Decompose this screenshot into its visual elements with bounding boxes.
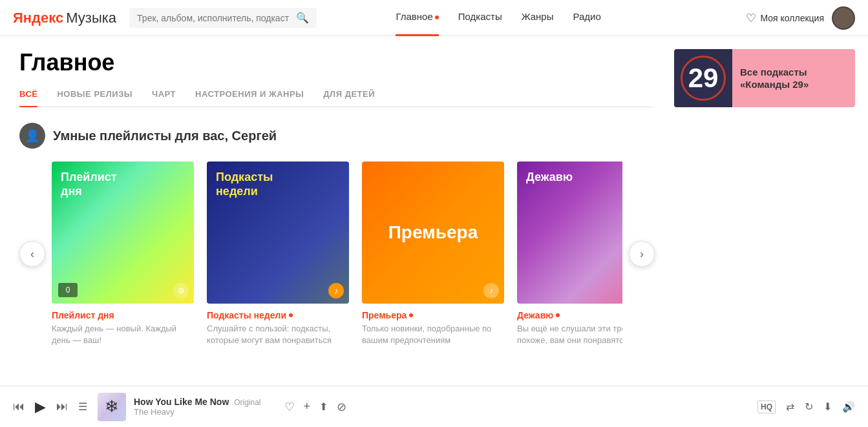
logo[interactable]: Яндекс Музыка — [13, 10, 116, 26]
banner-text: Все подкасты «Команды 29» — [740, 66, 809, 91]
card-deja-vu-dot — [556, 313, 560, 317]
card-playlist-day-badge: 0 — [58, 283, 78, 297]
player-add-button[interactable]: + — [304, 400, 311, 413]
card-premiere-image: Премьера ♪ — [362, 161, 504, 304]
tabs: ВСЁ НОВЫЕ РЕЛИЗЫ ЧАРТ НАСТРОЕНИЯ И ЖАНРЫ… — [19, 89, 655, 107]
smart-playlists-header: 👤 Умные плейлисты для вас, Сергей — [19, 123, 655, 149]
card-podcasts-week-desc: Слушайте с пользой: подкасты, которые мо… — [207, 323, 349, 346]
search-bar[interactable]: 🔍 — [129, 8, 317, 28]
card-premiere[interactable]: Премьера ♪ Премьера Только новинки, подо… — [362, 161, 504, 346]
user-avatar-small: 👤 — [19, 123, 45, 149]
tab-all[interactable]: ВСЁ — [19, 89, 37, 107]
card-playlist-day-icon: ⚙ — [173, 283, 189, 298]
nav-item-genres[interactable]: Жанры — [522, 11, 554, 25]
banner-podcasts-29[interactable]: 29 Все подкасты «Команды 29» — [674, 49, 855, 107]
hq-badge: HQ — [757, 401, 776, 413]
card-playlist-day-title: Плейлист дня — [52, 310, 194, 320]
card-podcasts-week-icon: ♪ — [328, 283, 344, 298]
player-right-controls: HQ ⇄ ↻ ⬇ 🔊 — [757, 401, 855, 413]
card-podcasts-week-title: Подкасты недели — [207, 310, 349, 320]
nav-dot-home — [435, 16, 439, 19]
carousel-next-button[interactable]: › — [629, 241, 655, 267]
cards-container: Плейлистдня 0 ⚙ Плейлист дня Каждый день… — [52, 161, 622, 346]
card-deja-vu[interactable]: Дежавю ♪ Дежавю Вы ещё не слушали эти тр… — [517, 161, 622, 346]
header: Яндекс Музыка 🔍 Главное Подкасты Жанры Р… — [0, 0, 868, 36]
logo-yandex-text: Яндекс — [13, 10, 63, 26]
my-collection-label: Моя коллекция — [760, 13, 824, 23]
nav-item-radio[interactable]: Радио — [573, 11, 600, 25]
my-collection-button[interactable]: ♡ Моя коллекция — [746, 11, 824, 25]
sidebar: 29 Все подкасты «Команды 29» — [674, 36, 868, 386]
player-actions: ♡ + ⬆ ⊘ — [284, 400, 347, 414]
tab-chart[interactable]: ЧАРТ — [152, 89, 176, 107]
card-premiere-center-label: Премьера — [388, 222, 478, 243]
player-share-button[interactable]: ⬆ — [319, 401, 328, 413]
content-area: Главное ВСЁ НОВЫЕ РЕЛИЗЫ ЧАРТ НАСТРОЕНИЯ… — [0, 36, 674, 386]
snowflake-icon: ❄ — [105, 397, 119, 417]
page-title: Главное — [19, 49, 655, 76]
player-controls: ⏮ ▶ ⏭ ☰ — [13, 399, 87, 415]
card-premiere-title: Премьера — [362, 310, 504, 320]
card-podcasts-week[interactable]: Подкастынедели ♪ Подкасты недели Слушайт… — [207, 161, 349, 346]
tab-new-releases[interactable]: НОВЫЕ РЕЛИЗЫ — [57, 89, 132, 107]
search-icon: 🔍 — [296, 12, 309, 24]
heart-icon: ♡ — [746, 11, 756, 25]
player-bar: ⏮ ▶ ⏭ ☰ ❄ How You Like Me Now Original T… — [0, 386, 868, 427]
player-download-button[interactable]: ⬇ — [823, 401, 832, 413]
card-premiere-icon: ♪ — [483, 283, 499, 298]
player-volume-button[interactable]: 🔊 — [842, 401, 855, 413]
player-track-tag: Original — [234, 398, 260, 407]
player-queue-button[interactable]: ☰ — [78, 401, 87, 413]
player-next-button[interactable]: ⏭ — [56, 400, 68, 413]
card-deja-vu-image: Дежавю ♪ — [517, 161, 622, 304]
nav-item-home[interactable]: Главное — [396, 11, 438, 25]
card-deja-vu-desc: Вы ещё не слушали эти треки, но, похоже,… — [517, 323, 622, 346]
search-input[interactable] — [137, 13, 291, 23]
player-prev-button[interactable]: ⏮ — [13, 400, 25, 413]
logo-muzyka-text: Музыка — [66, 10, 116, 26]
carousel-prev-button[interactable]: ‹ — [19, 241, 45, 267]
player-info: How You Like Me Now Original The Heavy — [134, 397, 261, 417]
banner-number: 29 — [688, 63, 719, 94]
player-track-artist: The Heavy — [134, 407, 261, 417]
card-deja-vu-title: Дежавю — [517, 310, 622, 320]
card-deja-vu-label: Дежавю — [526, 171, 573, 185]
nav-item-podcasts[interactable]: Подкасты — [458, 11, 502, 25]
card-podcasts-week-dot — [289, 313, 293, 317]
tab-kids[interactable]: ДЛЯ ДЕТЕЙ — [323, 89, 375, 107]
smart-playlists-title: Умные плейлисты для вас, Сергей — [53, 129, 277, 143]
player-track-title: How You Like Me Now Original — [134, 397, 261, 407]
player-play-button[interactable]: ▶ — [35, 399, 46, 415]
card-playlist-day-label: Плейлистдня — [61, 171, 117, 198]
avatar[interactable] — [832, 6, 855, 30]
player-like-button[interactable]: ♡ — [284, 400, 295, 414]
player-dislike-button[interactable]: ⊘ — [337, 400, 346, 414]
carousel: ‹ Плейлистдня 0 ⚙ Плейлист дня Каждый де… — [19, 161, 655, 346]
main-content: Главное ВСЁ НОВЫЕ РЕЛИЗЫ ЧАРТ НАСТРОЕНИЯ… — [0, 36, 868, 386]
player-shuffle-button[interactable]: ⇄ — [786, 401, 794, 413]
player-thumb: ❄ — [98, 393, 126, 421]
card-playlist-day-desc: Каждый день — новый. Каждый день — ваш! — [52, 323, 194, 346]
card-playlist-day[interactable]: Плейлистдня 0 ⚙ Плейлист дня Каждый день… — [52, 161, 194, 346]
banner-right: Все подкасты «Команды 29» — [732, 49, 855, 107]
main-nav: Главное Подкасты Жанры Радио — [396, 11, 600, 25]
card-premiere-desc: Только новинки, подобранные по вашим пре… — [362, 323, 504, 346]
card-premiere-dot — [409, 313, 413, 317]
banner-left: 29 — [674, 49, 732, 107]
header-right: ♡ Моя коллекция — [746, 6, 855, 30]
tab-moods-genres[interactable]: НАСТРОЕНИЯ И ЖАНРЫ — [195, 89, 304, 107]
player-repeat-button[interactable]: ↻ — [805, 401, 813, 413]
card-podcasts-week-image: Подкастынедели ♪ — [207, 161, 349, 304]
player-track: ❄ How You Like Me Now Original The Heavy — [98, 393, 261, 421]
card-playlist-day-image: Плейлистдня 0 ⚙ — [52, 161, 194, 304]
card-podcasts-week-label: Подкастынедели — [216, 171, 273, 198]
